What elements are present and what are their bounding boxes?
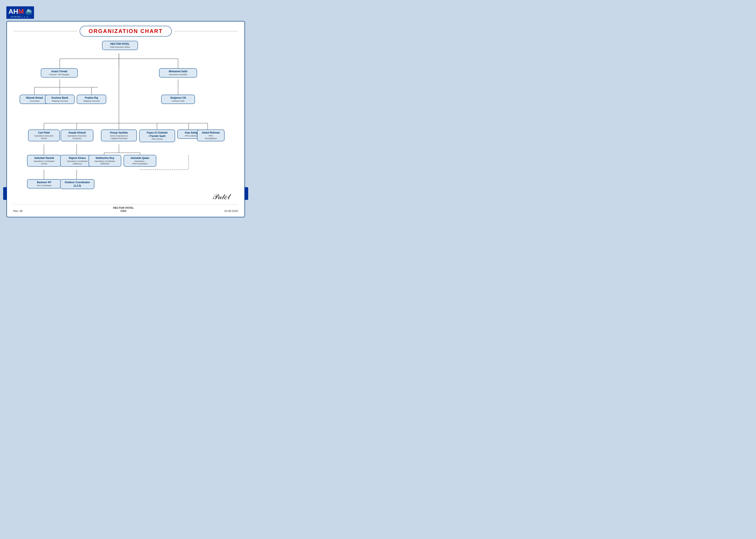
nilzeek-title: Accountant (22, 100, 47, 102)
fayez-name: Fayez Al Chahabi / Farokh Sadri (142, 131, 172, 138)
sushma-node: Sushma Barik Shipping Accounts (45, 95, 75, 104)
anant-node: Anant Trivedi Finance / HR Manager (41, 68, 78, 78)
abdullah-name: Abdullah Qadar (126, 157, 154, 160)
nilzeek-node: Nilzeek Nislad Accountant (20, 95, 49, 104)
shajimon-title: Archives Clerk (164, 100, 192, 102)
footer-sign-area: HECTOR PATEL CEO (113, 206, 134, 212)
footer-sign-name: HECTOR PATEL (113, 206, 134, 209)
ceo-node: HECTOR PATEL Chief Executive Officer (102, 41, 138, 50)
chart-title: ORGANIZATION CHART (89, 28, 163, 34)
chart-title-pill: ORGANIZATION CHART (80, 26, 172, 37)
main-chart-box: ORGANIZATION CHART (6, 21, 245, 217)
carl-node: Carl Patel Operations Executive (Ports) (28, 129, 60, 141)
basheer-node: Basheer KP Port Coordinator (27, 179, 61, 189)
page: AHM ⛴️ MARINE L.L.C. ORGANIZATION CHART (4, 4, 247, 219)
carl-name: Carl Patel (31, 131, 57, 135)
nilzeek-name: Nilzeek Nislad (22, 96, 47, 100)
safiullah-name: Safiullah Rashid (30, 157, 59, 160)
connectors-svg (13, 41, 238, 201)
shajimon-name: Shajimon CN (164, 96, 192, 100)
footer-sign-title: CEO (113, 209, 134, 212)
virasp-node: Virasp Vazifdar Senior Operations & Logi… (101, 129, 137, 141)
awaab-name: Awaab Ahmed (63, 131, 91, 135)
safiullah-node: Safiullah Rashid Operations Coordinator … (27, 155, 61, 167)
anant-title: Finance / HR Manager (43, 73, 75, 76)
mohamed-title: Document Controller (162, 73, 194, 76)
logo-text: AHM (8, 8, 24, 15)
awaab-node: Awaab Ahmed Operations Executive (Projec… (61, 129, 93, 141)
awaab-title: Operations Executive (Projects) (63, 135, 91, 140)
shajimon-node: Shajimon CN Archives Clerk (161, 95, 195, 104)
signature-image: 𝒫𝒶𝓉𝑒𝓁 (213, 193, 230, 200)
signature-area: 𝒫𝒶𝓉𝑒𝓁 (213, 193, 230, 201)
logo-wrapper: AHM ⛴️ MARINE L.L.C. (6, 6, 34, 19)
ceo-title: Chief Executive Officer (104, 46, 135, 48)
basheer-title: Port Coordinator (30, 184, 59, 187)
siddhartha-node: Siddhartha Roy Operations Coordinator (O… (89, 155, 121, 167)
sushma-name: Sushma Barik (47, 96, 72, 100)
footer: Rev. 08 HECTOR PATEL CEO 03.08.2020 (13, 204, 238, 212)
virasp-name: Virasp Vazifdar (103, 131, 134, 135)
mohamed-name: Mohamed Salih (162, 70, 194, 73)
footer-date: 03.08.2020 (224, 209, 238, 212)
abdul-name: Abdul Rehman (200, 131, 222, 135)
rajesh-name: Rajesh Khiara (63, 157, 92, 160)
prabha-name: Prabha Raj (79, 96, 104, 100)
footer-rev: Rev. 08 (13, 209, 23, 212)
anant-name: Anant Trivedi (43, 70, 75, 73)
fayez-title: PRO (Ports) (142, 138, 172, 140)
virasp-title: Senior Operations & Logistics Executive (103, 135, 134, 140)
siddhartha-title: Operations Coordinator (Offshore) (91, 160, 119, 165)
abdul-node: Abdul Rehman PRO (Immigration) (197, 129, 225, 141)
prabha-title: Shipping Accounts (79, 100, 104, 102)
org-chart-area: HECTOR PATEL Chief Executive Officer Ana… (13, 41, 238, 201)
abdul-title: PRO (Immigration) (200, 135, 222, 140)
sushma-title: Shipping Accounts (47, 100, 72, 102)
prabha-node: Prabha Raj Shipping Accounts (77, 95, 106, 104)
carl-title: Operations Executive (Ports) (31, 135, 57, 140)
rajesh-title: Operations Coordinator (Offshore) (63, 160, 92, 165)
left-decoration (3, 187, 7, 200)
outdoor-node: Outdoor Coordinator (1,2,3) (60, 179, 95, 189)
abdullah-title: Operations / PRO Coordinator (126, 160, 154, 165)
safiullah-title: Operations Coordinator (Ports) (30, 160, 59, 165)
right-decoration (244, 187, 248, 200)
siddhartha-name: Siddhartha Roy (91, 157, 119, 160)
ceo-name: HECTOR PATEL (104, 42, 135, 46)
chart-title-area: ORGANIZATION CHART (13, 26, 238, 37)
outdoor-name: Outdoor Coordinator (1,2,3) (63, 181, 92, 188)
abdullah-node: Abdullah Qadar Operations / PRO Coordina… (124, 155, 156, 167)
logo-area: AHM ⛴️ MARINE L.L.C. (6, 6, 245, 19)
logo-ship-icon: ⛴️ (25, 8, 32, 15)
logo-subtitle: MARINE L.L.C. (8, 16, 32, 18)
fayez-node: Fayez Al Chahabi / Farokh Sadri PRO (Por… (139, 129, 175, 142)
mohamed-node: Mohamed Salih Document Controller (159, 68, 197, 78)
basheer-name: Basheer KP (30, 181, 59, 184)
